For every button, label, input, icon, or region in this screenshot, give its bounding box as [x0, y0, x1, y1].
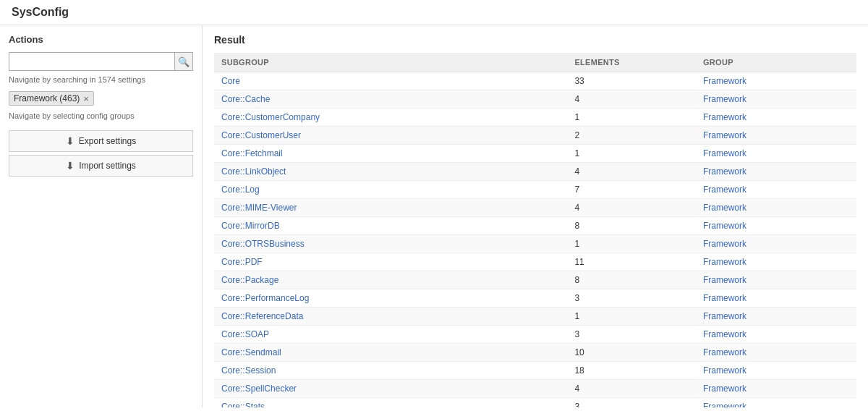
cell-elements: 18: [567, 362, 696, 380]
cell-group[interactable]: Framework: [696, 109, 856, 127]
cell-group[interactable]: Framework: [696, 289, 856, 308]
cell-elements: 11: [567, 253, 696, 271]
cell-group[interactable]: Framework: [696, 308, 856, 326]
cell-subgroup[interactable]: Core::SOAP: [214, 326, 567, 344]
cell-subgroup[interactable]: Core::Stats: [214, 398, 567, 408]
cell-subgroup[interactable]: Core::Log: [214, 181, 567, 199]
page-title: SysConfig: [12, 6, 856, 19]
cell-subgroup[interactable]: Core::ReferenceData: [214, 308, 567, 326]
search-button[interactable]: 🔍: [174, 52, 193, 71]
table-row: Core::CustomerCompany1Framework: [214, 109, 856, 127]
cell-group[interactable]: Framework: [696, 127, 856, 145]
col-header-elements: ELEMENTS: [567, 53, 696, 72]
cell-elements: 4: [567, 380, 696, 398]
table-row: Core::Sendmail10Framework: [214, 344, 856, 362]
cell-elements: 33: [567, 72, 696, 90]
table-row: Core::SpellChecker4Framework: [214, 380, 856, 398]
cell-subgroup[interactable]: Core::Fetchmail: [214, 145, 567, 163]
cell-elements: 1: [567, 308, 696, 326]
table-row: Core::LinkObject4Framework: [214, 163, 856, 181]
table-row: Core::PerformanceLog3Framework: [214, 289, 856, 308]
import-icon: ⬇: [66, 160, 75, 171]
cell-elements: 8: [567, 271, 696, 289]
cell-group[interactable]: Framework: [696, 163, 856, 181]
result-table: SUBGROUP ELEMENTS GROUP Core33FrameworkC…: [214, 53, 856, 407]
table-row: Core::CustomerUser2Framework: [214, 127, 856, 145]
search-input[interactable]: [9, 52, 174, 71]
cell-subgroup[interactable]: Core::OTRSBusiness: [214, 235, 567, 253]
cell-group[interactable]: Framework: [696, 271, 856, 289]
import-settings-button[interactable]: ⬇ Import settings: [9, 155, 193, 177]
filter-remove-button[interactable]: ×: [83, 94, 89, 103]
cell-elements: 1: [567, 235, 696, 253]
table-row: Core::SOAP3Framework: [214, 326, 856, 344]
filter-tag-label: Framework (463): [14, 93, 80, 103]
table-row: Core::Log7Framework: [214, 181, 856, 199]
table-row: Core::Cache4Framework: [214, 90, 856, 109]
cell-group[interactable]: Framework: [696, 235, 856, 253]
cell-group[interactable]: Framework: [696, 380, 856, 398]
table-row: Core33Framework: [214, 72, 856, 90]
cell-subgroup[interactable]: Core::PDF: [214, 253, 567, 271]
cell-subgroup[interactable]: Core::SpellChecker: [214, 380, 567, 398]
result-title: Result: [214, 34, 856, 46]
cell-group[interactable]: Framework: [696, 145, 856, 163]
cell-subgroup[interactable]: Core::CustomerUser: [214, 127, 567, 145]
cell-elements: 1: [567, 145, 696, 163]
cell-group[interactable]: Framework: [696, 217, 856, 235]
table-row: Core::Package8Framework: [214, 271, 856, 289]
cell-subgroup[interactable]: Core::Sendmail: [214, 344, 567, 362]
col-header-group: GROUP: [696, 53, 856, 72]
cell-group[interactable]: Framework: [696, 344, 856, 362]
cell-elements: 10: [567, 344, 696, 362]
cell-group[interactable]: Framework: [696, 199, 856, 217]
export-icon: ⬇: [66, 135, 75, 147]
page-header: SysConfig: [0, 0, 868, 25]
table-row: Core::PDF11Framework: [214, 253, 856, 271]
cell-elements: 3: [567, 326, 696, 344]
table-row: Core::Stats3Framework: [214, 398, 856, 408]
col-header-subgroup: SUBGROUP: [214, 53, 567, 72]
cell-subgroup[interactable]: Core::CustomerCompany: [214, 109, 567, 127]
cell-elements: 7: [567, 181, 696, 199]
cell-subgroup[interactable]: Core::PerformanceLog: [214, 289, 567, 308]
cell-subgroup[interactable]: Core::Cache: [214, 90, 567, 109]
cell-subgroup[interactable]: Core::Session: [214, 362, 567, 380]
filter-hint: Navigate by selecting config groups: [9, 111, 193, 120]
sidebar-title: Actions: [9, 34, 193, 45]
cell-subgroup[interactable]: Core::MIME-Viewer: [214, 199, 567, 217]
cell-elements: 3: [567, 398, 696, 408]
cell-subgroup[interactable]: Core::LinkObject: [214, 163, 567, 181]
cell-group[interactable]: Framework: [696, 362, 856, 380]
cell-group[interactable]: Framework: [696, 72, 856, 90]
cell-subgroup[interactable]: Core::Package: [214, 271, 567, 289]
table-row: Core::MIME-Viewer4Framework: [214, 199, 856, 217]
cell-elements: 8: [567, 217, 696, 235]
cell-group[interactable]: Framework: [696, 253, 856, 271]
sidebar: Actions 🔍 Navigate by searching in 1574 …: [0, 25, 203, 407]
table-row: Core::MirrorDB8Framework: [214, 217, 856, 235]
table-row: Core::ReferenceData1Framework: [214, 308, 856, 326]
table-row: Core::Session18Framework: [214, 362, 856, 380]
cell-elements: 4: [567, 163, 696, 181]
cell-subgroup[interactable]: Core: [214, 72, 567, 90]
cell-group[interactable]: Framework: [696, 398, 856, 408]
table-row: Core::Fetchmail1Framework: [214, 145, 856, 163]
content-area: Result SUBGROUP ELEMENTS GROUP Core33Fra…: [203, 25, 868, 407]
import-label: Import settings: [79, 161, 136, 171]
export-label: Export settings: [79, 136, 136, 146]
cell-group[interactable]: Framework: [696, 326, 856, 344]
table-header-row: SUBGROUP ELEMENTS GROUP: [214, 53, 856, 72]
cell-elements: 4: [567, 199, 696, 217]
cell-group[interactable]: Framework: [696, 90, 856, 109]
cell-subgroup[interactable]: Core::MirrorDB: [214, 217, 567, 235]
filter-tag: Framework (463) ×: [9, 91, 94, 106]
cell-elements: 4: [567, 90, 696, 109]
cell-group[interactable]: Framework: [696, 181, 856, 199]
cell-elements: 3: [567, 289, 696, 308]
search-hint: Navigate by searching in 1574 settings: [9, 75, 193, 84]
cell-elements: 1: [567, 109, 696, 127]
search-icon: 🔍: [178, 56, 190, 67]
cell-elements: 2: [567, 127, 696, 145]
export-settings-button[interactable]: ⬇ Export settings: [9, 130, 193, 152]
